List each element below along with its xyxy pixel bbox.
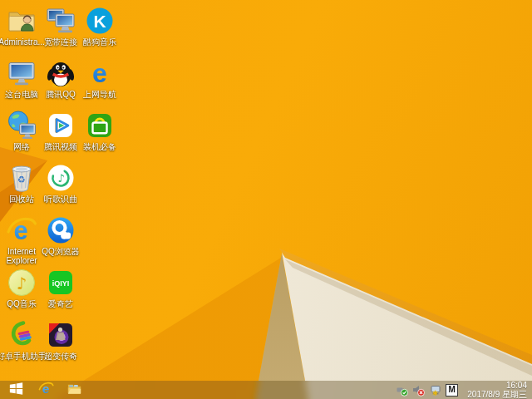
desktop-icon-label: QQ音乐 xyxy=(7,299,37,308)
dual-monitor-icon xyxy=(45,5,76,37)
taskbar-clock[interactable]: 16:04 2017/8/9 星期三 xyxy=(467,381,527,399)
svg-text:♪: ♪ xyxy=(17,273,27,293)
phone-assistant-icon xyxy=(6,319,37,351)
desktop-icon-label: 腾讯QQ xyxy=(46,90,76,99)
desktop-icon-label: 好卓手机助手 xyxy=(0,352,47,361)
taskbar-file-explorer[interactable] xyxy=(60,381,88,399)
taskbar-internet-explorer[interactable]: e xyxy=(32,381,60,399)
svg-text:♪: ♪ xyxy=(57,172,64,185)
input-method-indicator[interactable]: M xyxy=(446,384,458,397)
iqiyi-icon: iQIYI xyxy=(45,267,76,298)
desktop-icon-chuanqi-game[interactable]: 超变传奇 xyxy=(42,319,79,361)
network-warning-icon[interactable]: ✱ xyxy=(429,384,441,397)
desktop-icon-recycle-bin[interactable]: ♻ 回收站 xyxy=(3,162,40,204)
svg-text:✱: ✱ xyxy=(432,388,438,396)
qq-browser-icon xyxy=(45,214,76,246)
play-triangle-icon xyxy=(45,110,76,141)
blue-e-icon: e xyxy=(84,57,116,89)
ime-letter: M xyxy=(449,386,456,394)
game-thumbnail-icon xyxy=(45,319,76,351)
desktop-icon-administrator[interactable]: Administra... xyxy=(3,5,40,47)
clock-time: 16:04 xyxy=(467,381,527,390)
desktop-icon-label: 装机必备 xyxy=(83,142,116,151)
desktop-icon-qq-music[interactable]: ♪ QQ音乐 xyxy=(3,267,40,308)
start-button[interactable] xyxy=(0,381,32,399)
system-tray: ✱ M 16:04 2017/8/9 星期三 xyxy=(396,381,532,399)
usb-safely-remove-icon[interactable] xyxy=(396,384,408,397)
globe-computer-icon xyxy=(6,110,37,141)
svg-text:♻: ♻ xyxy=(17,175,26,185)
desktop-icon-tencent-video[interactable]: 腾讯视频 xyxy=(42,110,79,151)
computer-icon xyxy=(6,57,37,89)
folder-icon xyxy=(66,381,82,399)
desktop-icon-haozhuo-assistant[interactable]: 好卓手机助手 xyxy=(3,319,40,361)
desktop-icon-label: 宽带连接 xyxy=(44,37,77,47)
kugou-k-icon: K xyxy=(84,5,116,37)
windows-logo-icon xyxy=(9,382,23,399)
desktop-icon-label: Internet Explorer xyxy=(2,247,41,265)
desktop-icon-label: 回收站 xyxy=(9,195,34,204)
desktop-icon-broadband[interactable]: 宽带连接 xyxy=(42,5,79,47)
desktop-icon-label: 上网导航 xyxy=(83,90,116,99)
desktop-icon-song-recognition[interactable]: ♪ 听歌识曲 xyxy=(42,162,79,204)
desktop-icon-label: 腾讯视频 xyxy=(44,142,77,151)
desktop-icon-label: Administra... xyxy=(0,37,45,47)
desktop-icon-this-pc[interactable]: 这台电脑 xyxy=(3,57,40,99)
shopping-bag-icon xyxy=(84,110,116,141)
desktop-icon-iqiyi[interactable]: iQIYI 爱奇艺 xyxy=(42,267,79,308)
desktop-icon-label: 这台电脑 xyxy=(5,90,38,99)
desktop-icon-internet-explorer[interactable]: e Internet Explorer xyxy=(3,214,40,265)
clock-date: 2017/8/9 星期三 xyxy=(467,390,527,399)
volume-muted-icon[interactable] xyxy=(412,384,425,397)
ie-icon: e xyxy=(38,381,54,399)
desktop-icon-webnav[interactable]: e 上网导航 xyxy=(81,57,118,99)
desktop-icon-qq[interactable]: 腾讯QQ xyxy=(42,57,79,99)
taskbar: e xyxy=(0,381,532,399)
desktop-icon-label: 酷狗音乐 xyxy=(83,37,116,47)
desktop: Administra... 宽带连接 K xyxy=(0,0,532,399)
svg-text:e: e xyxy=(92,58,107,88)
music-note-icon: ♪ xyxy=(6,267,37,298)
desktop-icon-label: QQ浏览器 xyxy=(42,247,80,256)
desktop-icon-label: 超变传奇 xyxy=(44,352,77,361)
user-folder-icon xyxy=(6,5,37,37)
music-circle-icon: ♪ xyxy=(45,162,76,194)
desktop-icon-qq-browser[interactable]: QQ浏览器 xyxy=(42,214,79,256)
desktop-icon-label: 爱奇艺 xyxy=(48,299,73,308)
desktop-icon-network[interactable]: 网络 xyxy=(3,110,40,151)
desktop-icon-label: 网络 xyxy=(13,142,30,151)
desktop-icon-label: 听歌识曲 xyxy=(44,195,77,204)
svg-text:K: K xyxy=(93,12,106,31)
recycle-bin-icon: ♻ xyxy=(6,162,37,194)
svg-text:iQIYI: iQIYI xyxy=(52,279,70,288)
ie-icon: e xyxy=(6,214,37,246)
qq-penguin-icon xyxy=(45,57,76,89)
desktop-icon-kugou[interactable]: K 酷狗音乐 xyxy=(81,5,118,47)
desktop-icon-essential-apps[interactable]: 装机必备 xyxy=(81,110,118,151)
